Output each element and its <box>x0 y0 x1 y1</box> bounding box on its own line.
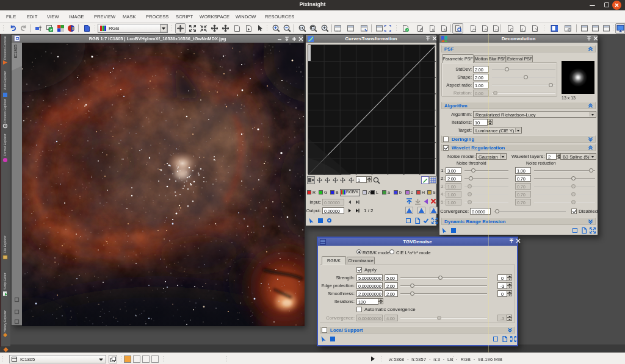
svg-text:n: n <box>496 28 497 32</box>
